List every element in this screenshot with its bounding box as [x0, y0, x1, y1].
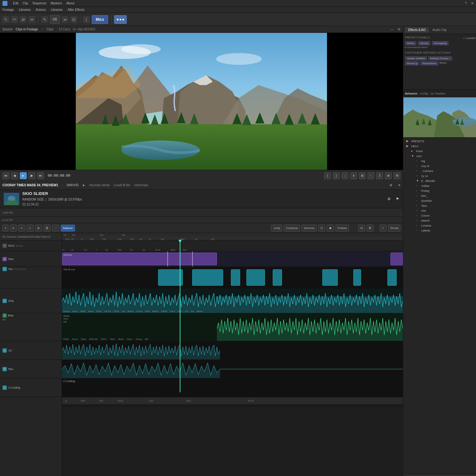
link-tool[interactable]: ⇌ [62, 16, 68, 23]
lift-btn[interactable]: ↑ [368, 172, 374, 179]
settings-vc-btn[interactable]: ⚙ [394, 172, 400, 179]
browser-taco[interactable]: ◦ Taco [404, 203, 476, 208]
browser-ing[interactable]: ◦ Ing [404, 159, 476, 164]
menu-sequence[interactable]: Sequence [32, 2, 46, 5]
browser-tab-behaviors[interactable]: Behaviors [405, 92, 417, 95]
tl-list-btn[interactable]: ≣ [367, 225, 373, 231]
active-mode-button[interactable]: ■ ■ ■ [114, 15, 127, 24]
out-point-btn[interactable]: } [333, 172, 340, 179]
menu-help[interactable]: ? [465, 2, 467, 5]
browser-quertion[interactable]: ◦ Quertion [404, 198, 476, 203]
browser-latents[interactable]: ◦ Latents [404, 228, 476, 233]
right-tab-effects[interactable]: Effects & AO [405, 27, 429, 33]
browser-ankles[interactable]: ◦ Ankles [404, 183, 476, 188]
submenu-titles[interactable]: Actions [36, 8, 46, 11]
mics-button[interactable]: Mics [92, 15, 108, 24]
clip-you-3[interactable] [231, 269, 240, 286]
minimize-icon[interactable]: — [390, 28, 393, 31]
preset-add-icon[interactable]: + [463, 37, 465, 40]
browser-creom[interactable]: ◦ Creom [404, 213, 476, 218]
clip-flag-icon[interactable]: ⚑ [396, 197, 399, 201]
tl-record-btn[interactable]: ⏺ [327, 225, 334, 231]
browser-tab-config[interactable]: Config [420, 92, 428, 95]
btn-motion[interactable]: Motion [405, 41, 416, 45]
btn-update-subs[interactable]: Update Subtitles [405, 56, 427, 60]
menu-close[interactable]: ✕ [471, 2, 474, 5]
tl-expand-btn[interactable]: ⤢ [380, 225, 386, 231]
tl-preset-btn[interactable]: Presets [335, 225, 349, 231]
btn-reveal[interactable]: Reveal gr [405, 61, 419, 65]
tl-services-btn[interactable]: Services [302, 225, 317, 231]
submenu-file[interactable]: Footage [2, 8, 14, 11]
tl-toggle-btn[interactable]: ≡ [2, 225, 8, 231]
tl-playhead-btn[interactable]: ⊙ [10, 225, 17, 231]
seq-settings-icon[interactable]: ⚙ [390, 183, 392, 187]
razor-tool[interactable]: ✂ [11, 16, 18, 23]
tl-normalize-btn[interactable]: 1only [271, 225, 282, 231]
timeline-scrollbar[interactable] [62, 404, 403, 407]
clip-settings-icon[interactable]: ⚙ [387, 197, 391, 201]
menu-markers[interactable]: Markers [51, 2, 62, 5]
play-in-btn[interactable]: ⏮ [2, 172, 9, 179]
tl-compose-btn[interactable]: Compose [284, 225, 300, 231]
tl-extra1-btn[interactable]: ⊡ [318, 225, 325, 231]
menu-clip[interactable]: Clip [23, 2, 28, 5]
menu-edit[interactable]: Edit [13, 2, 18, 5]
browser-amc[interactable]: ▼ Amc [404, 154, 476, 159]
browser-presets-folder[interactable]: ▶ PRESETS [404, 139, 476, 144]
submenu-ae[interactable]: After Effects [68, 8, 84, 11]
browser-culmers[interactable]: ◦ - Culmers [404, 169, 476, 174]
btn-address-proxies[interactable]: Address Proxies + [428, 56, 452, 60]
browser-lunaras[interactable]: ◦ Lunaras [404, 223, 476, 228]
seq-close-icon[interactable]: ✕ [398, 183, 400, 187]
submenu-projects[interactable]: Libraries [51, 8, 63, 11]
clip-you-8[interactable] [387, 269, 397, 286]
browser-tab-timeline[interactable]: Go Timeline [430, 92, 445, 95]
browser-dev[interactable]: ◦ Dev_ [404, 193, 476, 198]
tl-clip-btn[interactable]: ⊞ [35, 225, 42, 231]
overwrite-btn[interactable]: ↡ [350, 172, 357, 179]
settings-icon[interactable]: ⚙ [398, 28, 400, 31]
slide-tool[interactable]: ⇔ [29, 16, 35, 23]
browser-prem[interactable]: ▸ Prem [404, 149, 476, 154]
btn-restore[interactable]: Restorations [421, 61, 438, 65]
tl-balance-btn[interactable]: balance [61, 225, 75, 231]
browser-help-folder[interactable]: ▶ HELP [404, 144, 476, 149]
extract-btn[interactable]: ↥ [376, 172, 383, 179]
insert-btn[interactable]: ↓ [342, 172, 348, 179]
clip-moc-main[interactable]: Entirely [62, 253, 217, 265]
tl-grid-btn[interactable]: ⊟ [358, 225, 365, 231]
browser-1y1a[interactable]: ◦ 1y 1A [404, 174, 476, 178]
play-out-btn[interactable]: ⏭ [37, 172, 44, 179]
zoom-btn[interactable]: ⊕ [385, 172, 392, 179]
clip-moc-end[interactable] [390, 253, 403, 265]
btn-remapping[interactable]: Remapping [432, 41, 448, 45]
tl-wave-btn[interactable]: ∿ [27, 225, 33, 231]
in-point-btn[interactable]: { [324, 172, 331, 179]
tl-back-btn[interactable]: ↩ [18, 225, 25, 231]
db-button[interactable]: DB [50, 15, 60, 24]
right-tab-audio[interactable]: Audio Clip [430, 27, 450, 33]
export-btn[interactable]: ⊞ [359, 172, 366, 179]
browser-search[interactable]: ◦ search [404, 218, 476, 223]
snap-tool[interactable]: ⊡ [70, 16, 77, 23]
track-area[interactable]: T4 05 CS D1 Clop 80 11 005 105 209 [62, 233, 403, 476]
clip-you-2[interactable] [192, 269, 223, 286]
submenu-footage[interactable]: Libraries [19, 8, 31, 11]
btn-basic1[interactable]: Basic1 [439, 61, 447, 65]
play-btn[interactable]: ▶ [20, 172, 27, 179]
pen-tool[interactable]: ✎ [41, 16, 48, 23]
browser-uss[interactable]: ◦ Uss [404, 208, 476, 213]
tl-arrow-btn[interactable]: → [52, 225, 59, 231]
clip-you-1[interactable] [158, 269, 183, 286]
clip-you-4[interactable] [246, 269, 265, 286]
step-fwd-btn[interactable]: ▶ [29, 172, 35, 179]
browser-anyof[interactable]: ◦ Any of [404, 164, 476, 169]
clip-you-7[interactable] [353, 269, 361, 286]
marker-tool[interactable]: | [83, 16, 90, 23]
tl-link-btn[interactable]: ⛓ [43, 225, 51, 231]
browser-blender[interactable]: ▼ D - Blender [404, 178, 476, 183]
preset-btn[interactable]: Lumetri [466, 37, 475, 40]
menu-graphics[interactable]: About [66, 2, 74, 5]
selector-tool[interactable]: ↖ [2, 16, 9, 23]
